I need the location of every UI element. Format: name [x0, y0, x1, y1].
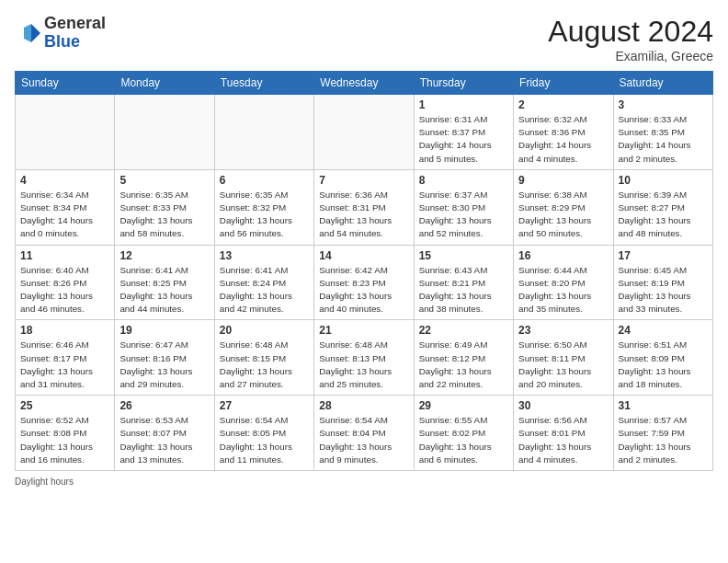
day-info: Sunrise: 6:48 AM Sunset: 8:15 PM Dayligh… [220, 339, 309, 391]
calendar-week-row: 25Sunrise: 6:52 AM Sunset: 8:08 PM Dayli… [16, 396, 713, 471]
location-subtitle: Examilia, Greece [548, 49, 713, 63]
day-info: Sunrise: 6:57 AM Sunset: 7:59 PM Dayligh… [619, 414, 708, 466]
day-number: 24 [619, 324, 708, 337]
calendar-cell: 19Sunrise: 6:47 AM Sunset: 8:16 PM Dayli… [115, 320, 214, 396]
day-info: Sunrise: 6:55 AM Sunset: 8:02 PM Dayligh… [419, 414, 508, 466]
day-number: 26 [119, 399, 209, 412]
day-info: Sunrise: 6:54 AM Sunset: 8:05 PM Dayligh… [220, 414, 309, 466]
day-number: 22 [419, 324, 508, 337]
day-number: 21 [319, 324, 408, 337]
calendar-cell: 14Sunrise: 6:42 AM Sunset: 8:23 PM Dayli… [314, 245, 414, 320]
day-number: 30 [518, 399, 608, 412]
day-number: 31 [619, 399, 708, 412]
calendar-cell: 27Sunrise: 6:54 AM Sunset: 8:05 PM Dayli… [214, 396, 313, 471]
calendar-cell: 5Sunrise: 6:35 AM Sunset: 8:33 PM Daylig… [115, 169, 214, 245]
day-number: 2 [518, 98, 608, 111]
calendar-cell: 6Sunrise: 6:35 AM Sunset: 8:32 PM Daylig… [214, 169, 313, 245]
day-number: 13 [220, 249, 309, 262]
day-info: Sunrise: 6:50 AM Sunset: 8:11 PM Dayligh… [518, 339, 608, 391]
calendar-cell: 31Sunrise: 6:57 AM Sunset: 7:59 PM Dayli… [613, 396, 712, 471]
day-number: 4 [20, 174, 109, 187]
day-number: 17 [619, 249, 708, 262]
day-info: Sunrise: 6:39 AM Sunset: 8:27 PM Dayligh… [619, 189, 708, 241]
day-info: Sunrise: 6:32 AM Sunset: 8:36 PM Dayligh… [518, 113, 608, 166]
day-number: 10 [619, 174, 708, 187]
calendar-week-row: 1Sunrise: 6:31 AM Sunset: 8:37 PM Daylig… [16, 95, 713, 170]
day-info: Sunrise: 6:37 AM Sunset: 8:30 PM Dayligh… [419, 189, 508, 241]
calendar-week-row: 11Sunrise: 6:40 AM Sunset: 8:26 PM Dayli… [16, 245, 713, 320]
page-header: General Blue August 2024 Examilia, Greec… [15, 15, 713, 63]
day-number: 3 [619, 98, 708, 111]
calendar-cell: 23Sunrise: 6:50 AM Sunset: 8:11 PM Dayli… [514, 320, 613, 396]
day-info: Sunrise: 6:35 AM Sunset: 8:32 PM Dayligh… [220, 189, 309, 241]
calendar-cell: 26Sunrise: 6:53 AM Sunset: 8:07 PM Dayli… [115, 396, 214, 471]
day-number: 14 [319, 249, 408, 262]
day-number: 9 [518, 174, 608, 187]
calendar-day-header: Wednesday [314, 72, 414, 95]
calendar-cell: 7Sunrise: 6:36 AM Sunset: 8:31 PM Daylig… [314, 169, 414, 245]
day-info: Sunrise: 6:54 AM Sunset: 8:04 PM Dayligh… [319, 414, 408, 466]
day-info: Sunrise: 6:56 AM Sunset: 8:01 PM Dayligh… [518, 414, 608, 466]
day-number: 23 [518, 324, 608, 337]
calendar-cell: 29Sunrise: 6:55 AM Sunset: 8:02 PM Dayli… [414, 396, 513, 471]
calendar-cell: 18Sunrise: 6:46 AM Sunset: 8:17 PM Dayli… [16, 320, 115, 396]
day-info: Sunrise: 6:45 AM Sunset: 8:19 PM Dayligh… [619, 264, 708, 316]
svg-marker-1 [24, 24, 31, 42]
day-number: 20 [220, 324, 309, 337]
day-info: Sunrise: 6:48 AM Sunset: 8:13 PM Dayligh… [319, 339, 408, 391]
calendar-cell: 13Sunrise: 6:41 AM Sunset: 8:24 PM Dayli… [214, 245, 313, 320]
day-number: 15 [419, 249, 508, 262]
calendar-cell: 21Sunrise: 6:48 AM Sunset: 8:13 PM Dayli… [314, 320, 414, 396]
day-info: Sunrise: 6:35 AM Sunset: 8:33 PM Dayligh… [119, 189, 209, 241]
calendar-cell [214, 95, 313, 170]
day-number: 16 [518, 249, 608, 262]
calendar-day-header: Thursday [414, 72, 513, 95]
day-number: 18 [20, 324, 109, 337]
day-number: 1 [419, 98, 508, 111]
calendar-cell [314, 95, 414, 170]
daylight-label: Daylight hours [15, 477, 74, 487]
day-number: 11 [20, 249, 109, 262]
day-info: Sunrise: 6:36 AM Sunset: 8:31 PM Dayligh… [319, 189, 408, 241]
day-number: 6 [220, 174, 309, 187]
calendar-cell: 24Sunrise: 6:51 AM Sunset: 8:09 PM Dayli… [613, 320, 712, 396]
calendar-day-header: Saturday [613, 72, 712, 95]
day-number: 27 [220, 399, 309, 412]
calendar-cell: 17Sunrise: 6:45 AM Sunset: 8:19 PM Dayli… [613, 245, 712, 320]
logo-icon [15, 20, 40, 46]
calendar-cell: 2Sunrise: 6:32 AM Sunset: 8:36 PM Daylig… [514, 95, 613, 170]
day-number: 5 [119, 174, 209, 187]
day-info: Sunrise: 6:53 AM Sunset: 8:07 PM Dayligh… [119, 414, 209, 466]
calendar-cell: 1Sunrise: 6:31 AM Sunset: 8:37 PM Daylig… [414, 95, 513, 170]
calendar-cell: 20Sunrise: 6:48 AM Sunset: 8:15 PM Dayli… [214, 320, 313, 396]
calendar-header-row: SundayMondayTuesdayWednesdayThursdayFrid… [16, 72, 713, 95]
svg-marker-0 [31, 24, 40, 42]
calendar-day-header: Tuesday [214, 72, 313, 95]
calendar-cell: 11Sunrise: 6:40 AM Sunset: 8:26 PM Dayli… [16, 245, 115, 320]
day-info: Sunrise: 6:40 AM Sunset: 8:26 PM Dayligh… [20, 264, 109, 316]
day-info: Sunrise: 6:33 AM Sunset: 8:35 PM Dayligh… [619, 113, 708, 166]
calendar-day-header: Monday [115, 72, 214, 95]
calendar-cell: 4Sunrise: 6:34 AM Sunset: 8:34 PM Daylig… [16, 169, 115, 245]
calendar-week-row: 18Sunrise: 6:46 AM Sunset: 8:17 PM Dayli… [16, 320, 713, 396]
day-info: Sunrise: 6:41 AM Sunset: 8:25 PM Dayligh… [119, 264, 209, 316]
logo-blue-text: Blue [44, 32, 80, 51]
logo: General Blue [15, 15, 106, 52]
month-year-title: August 2024 [548, 15, 713, 49]
day-info: Sunrise: 6:44 AM Sunset: 8:20 PM Dayligh… [518, 264, 608, 316]
calendar-cell [16, 95, 115, 170]
day-number: 29 [419, 399, 508, 412]
day-info: Sunrise: 6:31 AM Sunset: 8:37 PM Dayligh… [419, 113, 508, 166]
calendar-week-row: 4Sunrise: 6:34 AM Sunset: 8:34 PM Daylig… [16, 169, 713, 245]
day-info: Sunrise: 6:47 AM Sunset: 8:16 PM Dayligh… [119, 339, 209, 391]
day-info: Sunrise: 6:49 AM Sunset: 8:12 PM Dayligh… [419, 339, 508, 391]
day-info: Sunrise: 6:34 AM Sunset: 8:34 PM Dayligh… [20, 189, 109, 241]
day-info: Sunrise: 6:43 AM Sunset: 8:21 PM Dayligh… [419, 264, 508, 316]
calendar-cell: 9Sunrise: 6:38 AM Sunset: 8:29 PM Daylig… [514, 169, 613, 245]
calendar-cell: 16Sunrise: 6:44 AM Sunset: 8:20 PM Dayli… [514, 245, 613, 320]
day-number: 28 [319, 399, 408, 412]
calendar-cell: 12Sunrise: 6:41 AM Sunset: 8:25 PM Dayli… [115, 245, 214, 320]
day-info: Sunrise: 6:51 AM Sunset: 8:09 PM Dayligh… [619, 339, 708, 391]
calendar-cell: 8Sunrise: 6:37 AM Sunset: 8:30 PM Daylig… [414, 169, 513, 245]
day-info: Sunrise: 6:46 AM Sunset: 8:17 PM Dayligh… [20, 339, 109, 391]
